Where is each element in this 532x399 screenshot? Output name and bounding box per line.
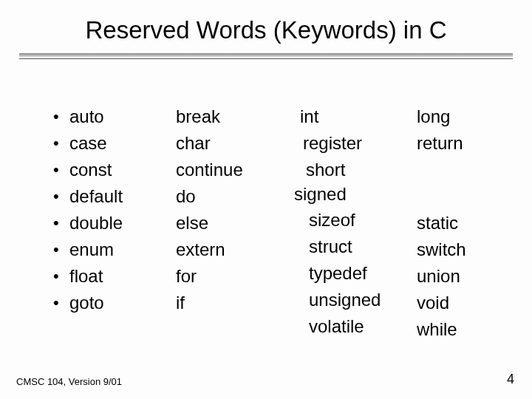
keyword-column-1: auto case const default double enum floa… (53, 103, 123, 316)
divider-rule (19, 53, 513, 61)
list-item: double (53, 210, 123, 236)
list-item: register (303, 130, 381, 157)
list-item: char (176, 130, 243, 157)
keyword-column-3: int register short signed sizeof struct … (293, 103, 381, 340)
list-item: do (176, 183, 243, 210)
list-item: return (417, 130, 466, 157)
column-gap (417, 157, 466, 210)
keyword-column-4: long return static switch union void whi… (417, 103, 466, 343)
list-item: typedef (309, 260, 381, 287)
list-item: const (53, 157, 123, 183)
list-item: unsigned (309, 287, 381, 313)
footer-course-version: CMSC 104, Version 9/01 (16, 376, 122, 387)
list-item: signed (294, 181, 381, 208)
list-item: enum (53, 236, 123, 263)
list-item: short (306, 157, 381, 183)
list-item: while (417, 316, 466, 343)
list-item: union (417, 263, 466, 290)
list-item: long (417, 103, 466, 130)
list-item: else (176, 210, 243, 236)
list-item: break (176, 103, 243, 130)
list-item: struct (309, 233, 381, 260)
list-item: case (53, 130, 123, 157)
list-item: default (53, 183, 123, 210)
slide-number: 4 (507, 372, 514, 387)
list-item: goto (53, 290, 123, 316)
list-item: if (176, 290, 243, 316)
list-item: continue (176, 157, 243, 183)
content-area: auto case const default double enum floa… (33, 103, 499, 369)
list-item: float (53, 263, 123, 290)
list-item: volatile (309, 313, 381, 340)
list-item: void (417, 290, 466, 316)
slide-title: Reserved Words (Keywords) in C (33, 16, 499, 44)
keyword-column-2: break char continue do else extern for i… (176, 103, 243, 316)
list-item: static (417, 210, 466, 236)
list-item: sizeof (309, 207, 381, 233)
list-item: switch (417, 236, 466, 263)
list-item: for (176, 263, 243, 290)
list-item: auto (53, 103, 123, 130)
list-item: extern (176, 236, 243, 263)
list-item: int (300, 103, 381, 130)
